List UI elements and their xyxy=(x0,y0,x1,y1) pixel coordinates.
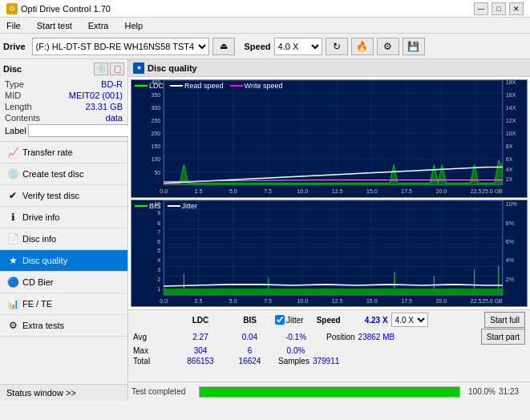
sidebar-item-cd-bier[interactable]: 🔵 CD Bier xyxy=(0,272,127,293)
svg-text:8%: 8% xyxy=(506,220,515,226)
total-bis: 16624 xyxy=(228,357,272,365)
sidebar: Disc 💿 📋 Type BD-R MID MEIT02 (001) Leng… xyxy=(0,59,128,401)
drive-info-icon: ℹ xyxy=(6,211,19,224)
menu-start-test[interactable]: Start test xyxy=(34,19,75,32)
svg-text:25.0 GB: 25.0 GB xyxy=(482,298,503,305)
svg-text:2: 2 xyxy=(157,276,160,282)
svg-text:4%: 4% xyxy=(506,257,515,264)
svg-text:10%: 10% xyxy=(506,201,518,208)
svg-text:8X: 8X xyxy=(506,143,513,149)
eject-button[interactable]: ⏏ xyxy=(212,38,235,55)
svg-text:2.5: 2.5 xyxy=(195,298,203,305)
legend-bis: BIS xyxy=(135,202,161,210)
save-button[interactable]: 💾 xyxy=(403,38,425,55)
svg-text:2.5: 2.5 xyxy=(195,188,203,194)
jitter-checkbox[interactable] xyxy=(275,315,285,325)
svg-text:17.5: 17.5 xyxy=(401,298,412,305)
svg-text:150: 150 xyxy=(151,143,160,149)
svg-text:18X: 18X xyxy=(506,80,516,85)
nav-label: FE / TE xyxy=(22,299,52,309)
drive-toolbar: Drive (F:) HL-DT-ST BD-RE WH16NS58 TST4 … xyxy=(0,34,530,59)
sidebar-item-create-test-disc[interactable]: 💿 Create test disc xyxy=(0,164,127,185)
svg-text:0.0: 0.0 xyxy=(160,188,168,194)
burn-button[interactable]: 🔥 xyxy=(351,38,374,55)
svg-text:250: 250 xyxy=(151,118,160,123)
svg-text:10.0: 10.0 xyxy=(297,188,308,194)
menu-file[interactable]: File xyxy=(3,19,24,32)
start-full-button[interactable]: Start full xyxy=(484,312,525,328)
mid-label: MID xyxy=(5,91,21,100)
progress-percent: 100.0% xyxy=(463,387,496,396)
pos-label: Position xyxy=(326,333,355,341)
disc-contents-row: Contents data xyxy=(3,112,124,123)
svg-text:22.5: 22.5 xyxy=(471,298,482,305)
svg-text:8: 8 xyxy=(157,220,160,226)
length-value: 23.31 GB xyxy=(86,102,123,111)
drive-select[interactable]: (F:) HL-DT-ST BD-RE WH16NS58 TST4 xyxy=(32,38,209,55)
sidebar-item-verify-test-disc[interactable]: ✔ Verify test disc xyxy=(0,185,127,207)
ldc-chart-legend: LDC Read speed Write speed xyxy=(135,82,282,90)
avg-label: Avg xyxy=(133,333,173,341)
sidebar-item-transfer-rate[interactable]: 📈 Transfer rate xyxy=(0,142,127,164)
svg-text:10.0: 10.0 xyxy=(297,298,308,305)
contents-value: data xyxy=(106,113,123,123)
total-label: Total xyxy=(133,357,173,365)
fe-te-icon: 📊 xyxy=(6,297,19,310)
settings-button[interactable]: ⚙ xyxy=(377,38,399,55)
disc-icon-1[interactable]: 💿 xyxy=(94,63,108,75)
jitter-label: Jitter xyxy=(286,316,304,325)
menu-bar: File Start test Extra Help xyxy=(0,18,530,34)
svg-text:100: 100 xyxy=(151,156,160,162)
speed-select[interactable]: 4.0 X xyxy=(274,38,322,55)
svg-text:25.0 GB: 25.0 GB xyxy=(482,188,503,194)
status-window-button[interactable]: Status window >> xyxy=(0,384,127,401)
stats-panel: LDC BIS Jitter Speed 4.23 X 4.0 X Start … xyxy=(128,309,530,382)
drive-label: Drive xyxy=(3,42,26,51)
maximize-button[interactable]: □ xyxy=(492,2,506,15)
close-button[interactable]: ✕ xyxy=(509,2,524,15)
svg-text:5: 5 xyxy=(157,248,160,254)
svg-text:7.5: 7.5 xyxy=(264,298,272,305)
max-label: Max xyxy=(133,346,173,355)
nav-label: Create test disc xyxy=(22,169,83,179)
bis-chart: BIS Jitter xyxy=(131,200,528,307)
sidebar-item-disc-info[interactable]: 📄 Disc info xyxy=(0,228,127,250)
svg-text:7.5: 7.5 xyxy=(264,188,272,194)
svg-text:3: 3 xyxy=(157,266,160,273)
sidebar-item-drive-info[interactable]: ℹ Drive info xyxy=(0,207,127,228)
svg-text:200: 200 xyxy=(151,131,160,136)
type-label: Type xyxy=(5,79,24,89)
mid-value: MEIT02 (001) xyxy=(69,91,123,100)
status-text: Test completed xyxy=(131,387,196,396)
charts-area: LDC Read speed Write speed xyxy=(128,77,530,309)
svg-text:17.5: 17.5 xyxy=(401,188,412,194)
disc-panel-header: Disc 💿 📋 xyxy=(3,63,124,75)
svg-text:50: 50 xyxy=(154,170,160,176)
svg-text:2%: 2% xyxy=(506,276,515,282)
svg-text:350: 350 xyxy=(151,92,160,98)
svg-text:15.0: 15.0 xyxy=(366,188,378,194)
label-label: Label xyxy=(5,126,26,135)
sidebar-item-fe-te[interactable]: 📊 FE / TE xyxy=(0,293,127,315)
svg-text:15.0: 15.0 xyxy=(366,298,378,305)
minimize-button[interactable]: — xyxy=(474,2,488,15)
svg-rect-0 xyxy=(131,80,527,197)
sidebar-item-extra-tests[interactable]: ⚙ Extra tests xyxy=(0,315,127,337)
nav-label: Disc quality xyxy=(22,256,67,265)
progress-time: 31:23 xyxy=(499,387,527,396)
disc-length-row: Length 23.31 GB xyxy=(3,101,124,112)
max-ldc: 304 xyxy=(173,346,228,355)
menu-help[interactable]: Help xyxy=(121,19,146,32)
nav-menu: 📈 Transfer rate 💿 Create test disc ✔ Ver… xyxy=(0,142,127,384)
stats-speed-dropdown[interactable]: 4.0 X xyxy=(391,313,428,327)
max-bis: 6 xyxy=(228,346,272,355)
start-part-button[interactable]: Start part xyxy=(481,329,525,345)
legend-write-speed: Write speed xyxy=(230,82,283,90)
label-input[interactable] xyxy=(28,124,131,137)
menu-extra[interactable]: Extra xyxy=(85,19,112,32)
nav-label: Drive info xyxy=(22,212,59,222)
refresh-button[interactable]: ↻ xyxy=(326,38,348,55)
disc-icon-2[interactable]: 📋 xyxy=(110,63,124,75)
type-value: BD-R xyxy=(101,79,123,89)
sidebar-item-disc-quality[interactable]: ★ Disc quality xyxy=(0,250,127,272)
